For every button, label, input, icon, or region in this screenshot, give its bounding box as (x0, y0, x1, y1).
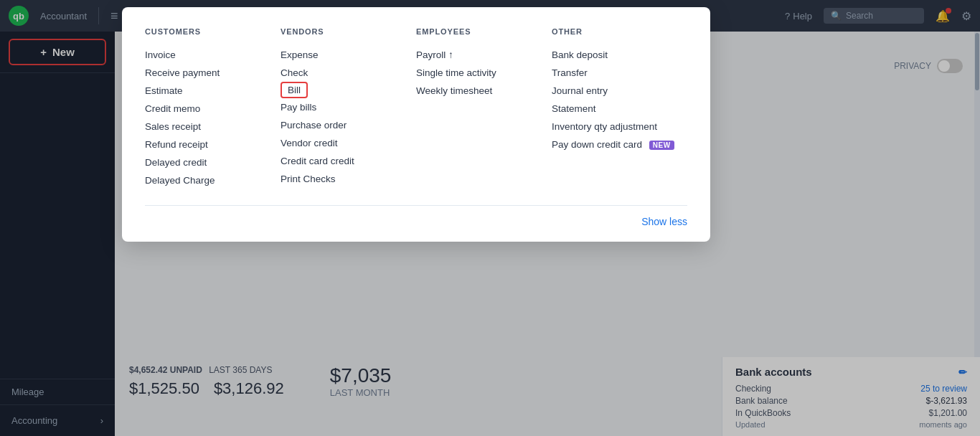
employees-header: EMPLOYEES (416, 27, 552, 36)
customers-column: CUSTOMERS Invoice Receive payment Estima… (145, 27, 281, 189)
new-dropdown-panel: CUSTOMERS Invoice Receive payment Estima… (122, 7, 710, 242)
menu-item-statement[interactable]: Statement (552, 100, 687, 118)
employees-column: EMPLOYEES Payroll ↑ Single time activity… (416, 27, 552, 189)
menu-item-refund-receipt[interactable]: Refund receipt (145, 136, 281, 153)
menu-item-credit-card-credit[interactable]: Credit card credit (281, 152, 416, 170)
menu-item-inventory-qty-adjustment[interactable]: Inventory qty adjustment (552, 118, 687, 136)
menu-item-single-time-activity[interactable]: Single time activity (416, 64, 552, 82)
menu-item-check[interactable]: Check (281, 64, 416, 82)
show-less-button[interactable]: Show less (641, 216, 687, 227)
menu-item-payroll[interactable]: Payroll ↑ (416, 46, 552, 64)
dropdown-footer: Show less (145, 205, 687, 227)
menu-item-delayed-charge[interactable]: Delayed Charge (145, 171, 281, 189)
menu-item-expense[interactable]: Expense (281, 46, 416, 64)
vendors-header: VENDORS (281, 27, 416, 36)
menu-item-delayed-credit[interactable]: Delayed credit (145, 153, 281, 171)
menu-item-credit-memo[interactable]: Credit memo (145, 100, 281, 118)
menu-item-pay-bills[interactable]: Pay bills (281, 98, 416, 116)
other-header: OTHER (552, 27, 687, 36)
menu-item-pay-down-credit-card[interactable]: Pay down credit card NEW (552, 136, 687, 153)
menu-item-estimate[interactable]: Estimate (145, 82, 281, 100)
vendors-column: VENDORS Expense Check Bill Pay bills Pur… (281, 27, 416, 189)
menu-item-purchase-order[interactable]: Purchase order (281, 116, 416, 134)
menu-item-invoice[interactable]: Invoice (145, 46, 281, 64)
dropdown-columns: CUSTOMERS Invoice Receive payment Estima… (145, 27, 687, 189)
menu-item-bank-deposit[interactable]: Bank deposit (552, 46, 687, 64)
customers-header: CUSTOMERS (145, 27, 281, 36)
menu-item-journal-entry[interactable]: Journal entry (552, 82, 687, 100)
menu-item-vendor-credit[interactable]: Vendor credit (281, 134, 416, 152)
menu-item-transfer[interactable]: Transfer (552, 64, 687, 82)
menu-item-weekly-timesheet[interactable]: Weekly timesheet (416, 82, 552, 100)
new-badge: NEW (649, 141, 674, 150)
menu-item-bill[interactable]: Bill (281, 82, 308, 98)
menu-item-sales-receipt[interactable]: Sales receipt (145, 118, 281, 136)
other-column: OTHER Bank deposit Transfer Journal entr… (552, 27, 687, 189)
menu-item-print-checks[interactable]: Print Checks (281, 170, 416, 188)
menu-item-receive-payment[interactable]: Receive payment (145, 64, 281, 82)
